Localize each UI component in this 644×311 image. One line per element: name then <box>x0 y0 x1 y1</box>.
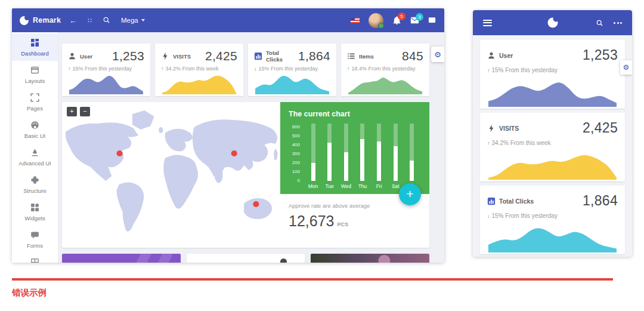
sidebar-item-tables[interactable] <box>12 253 58 263</box>
annotation-divider <box>12 278 613 281</box>
avatar[interactable] <box>369 13 383 28</box>
map-marker[interactable] <box>231 150 237 156</box>
bar-sat: Sat <box>389 124 402 189</box>
trend-down-icon: ↓ <box>254 66 257 72</box>
y-tick-label: 300 <box>292 152 300 156</box>
notification-badge: 5 <box>398 13 405 20</box>
bar-label: Fri <box>376 183 382 189</box>
search-icon[interactable] <box>596 19 603 27</box>
sidebar-item-label: Advanced UI <box>18 160 51 167</box>
world-map[interactable]: + − <box>62 102 280 248</box>
brand[interactable]: Remark <box>12 16 62 25</box>
trend-up-icon: ↑ <box>68 66 71 72</box>
stat-value: 2,425 <box>583 120 618 136</box>
sidebar-item-basic-ui[interactable]: Basic UI <box>12 116 58 143</box>
map-zoom-out-button[interactable]: − <box>80 107 90 116</box>
top-navbar: Remark ← ∷ Mega 5 <box>12 8 444 32</box>
trend-up-icon: ↑ <box>347 66 350 72</box>
fullscreen-icon[interactable]: ∷ <box>88 17 92 24</box>
sidebar-item-dashboard[interactable]: Dashboard <box>12 33 58 61</box>
notifications-button[interactable]: 5 <box>392 16 401 25</box>
palette-icon <box>30 121 39 130</box>
chart-y-axis: 6005004003002001000 <box>289 124 304 181</box>
chevron-down-icon <box>141 19 145 21</box>
stat-change-text: 15% From this yesterday <box>259 66 318 72</box>
hamburger-menu-icon[interactable] <box>483 20 492 26</box>
search-icon[interactable] <box>103 16 110 25</box>
stat-card-items: Items845↑18.4% From this yesterday <box>341 44 429 96</box>
sparkline-chart <box>255 72 329 94</box>
mini-avatar <box>280 258 287 263</box>
stat-change-text: 15% From this yesterday <box>492 213 558 219</box>
sidebar-item-layouts[interactable]: Layouts <box>12 61 58 88</box>
current-chart-card: The current chart 6005004003002001000 Mo… <box>280 102 429 194</box>
mega-menu[interactable]: Mega <box>121 17 145 24</box>
y-tick-label: 500 <box>292 134 300 138</box>
chat-square-icon <box>428 17 436 24</box>
sidebar-item-structure[interactable]: Structure <box>12 171 58 198</box>
sparkline-chart <box>488 150 617 180</box>
chart-title: The current chart <box>289 110 421 118</box>
sidebar-item-widgets[interactable]: Widgets <box>12 198 58 226</box>
stat-value: 845 <box>402 49 423 63</box>
page: Remark ← ∷ Mega 5 <box>0 0 644 311</box>
plus-icon: + <box>406 187 413 200</box>
map-marker[interactable] <box>117 150 123 156</box>
sidebar-item-advanced-ui[interactable]: Advanced UI <box>12 143 58 171</box>
remark-logo-icon <box>547 18 558 28</box>
stat-value: 1,864 <box>298 49 330 63</box>
add-fab-button[interactable]: + <box>399 183 421 205</box>
stat-change: ↑18.4% From this yesterday <box>347 66 423 72</box>
comment-icon <box>30 230 39 239</box>
pages-icon <box>30 93 39 102</box>
stat-card-total-clicks: Total Clicks1,864↓15% From this yesterda… <box>480 186 625 254</box>
stat-value: 1,253 <box>583 47 618 63</box>
stat-change: ↓15% From this yesterday <box>254 66 330 72</box>
brand-name: Remark <box>33 16 61 24</box>
language-flag-icon[interactable] <box>351 17 360 23</box>
stat-value: 1,253 <box>112 49 144 63</box>
clicks-icon <box>487 197 496 205</box>
messages-button[interactable]: 3 <box>410 17 419 24</box>
sidebar-item-pages[interactable]: Pages <box>12 88 58 116</box>
mobile-navbar-right <box>596 19 622 27</box>
map-marker[interactable] <box>253 201 259 207</box>
stat-change: ↓15% From this yesterday <box>487 213 618 219</box>
bar-fill <box>344 152 348 181</box>
stat-card-header: Items845 <box>347 49 423 63</box>
sidebar-item-label: Widgets <box>24 215 45 221</box>
remark-logo-icon <box>20 16 29 25</box>
stat-card-visits: VISITS2,425↑34.2% From this week <box>480 113 625 181</box>
stat-card-visits: VISITS2,425↑34.2% From this week <box>155 44 243 96</box>
stat-title: Total Clicks <box>499 198 534 205</box>
stat-change: ↑15% From this yesterday <box>68 66 144 72</box>
chat-panel-button[interactable] <box>428 17 436 24</box>
sparkline-chart <box>69 72 143 94</box>
y-tick-label: 400 <box>292 143 300 147</box>
stat-card-header: User1,253 <box>487 47 618 63</box>
bar-label: Mon <box>308 183 318 189</box>
approve-rate-label: Approve rate are above average <box>289 202 421 209</box>
sparkline-chart <box>488 77 617 107</box>
y-tick-label: 100 <box>292 170 300 174</box>
sidebar-item-forms[interactable]: Forms <box>12 226 58 253</box>
bar-label: Thu <box>358 183 367 189</box>
back-arrow-icon[interactable]: ← <box>69 17 77 24</box>
map-zoom-in-button[interactable]: + <box>67 107 77 116</box>
stat-title: User <box>80 53 92 60</box>
more-options-icon[interactable] <box>614 22 622 24</box>
y-tick-label: 0 <box>298 178 300 183</box>
layouts-icon <box>30 66 39 75</box>
bar-fill <box>394 146 398 181</box>
chart-bars: MonTueWedThuFriSatSun <box>304 124 421 189</box>
user-icon <box>487 51 496 60</box>
dashboard-screenshot: Remark ← ∷ Mega 5 <box>12 8 444 263</box>
settings-flap-button[interactable]: ⚙ <box>620 60 632 75</box>
stat-card-header: VISITS2,425 <box>487 120 618 136</box>
bar-thu: Thu <box>356 124 369 189</box>
stat-value: 1,864 <box>583 193 618 209</box>
settings-flap-button[interactable]: ⚙ <box>431 47 444 62</box>
sidebar-item-label: Layouts <box>25 78 45 84</box>
stat-value: 2,425 <box>205 49 237 63</box>
stat-title: VISITS <box>499 125 519 132</box>
